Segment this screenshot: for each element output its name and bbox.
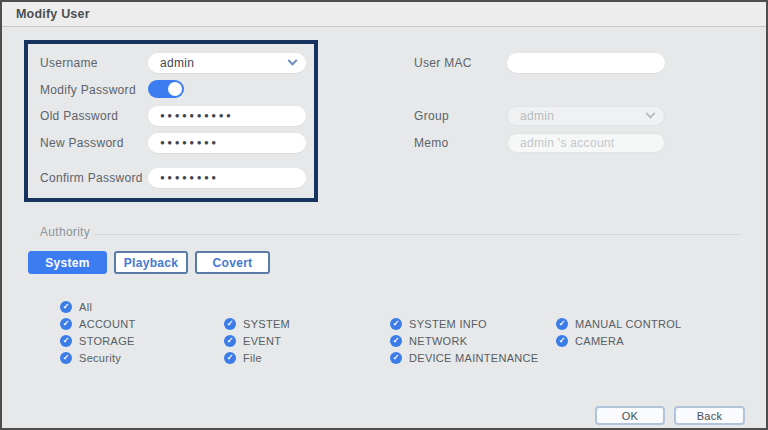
permission-label: SYSTEM INFO bbox=[409, 318, 487, 330]
checked-checkbox-icon: ✓ bbox=[224, 352, 236, 364]
permission-checkbox-item[interactable]: ✓ NETWORK bbox=[390, 332, 556, 349]
permission-checkbox-item[interactable]: ✓ DEVICE MAINTENANCE bbox=[390, 349, 556, 366]
group-label: Group bbox=[414, 106, 449, 126]
permission-label: STORAGE bbox=[79, 335, 135, 347]
modify-password-toggle[interactable] bbox=[148, 80, 184, 98]
permission-checkbox-item[interactable]: ✓ All bbox=[60, 298, 224, 315]
confirm-password-input[interactable]: ●●●●●●●● bbox=[148, 168, 306, 188]
group-value: admin bbox=[520, 109, 554, 123]
back-button[interactable]: Back bbox=[674, 406, 745, 425]
permission-grid: ✓ All ✓ ACCOUNT ✓ SYSTEM ✓ SYSTEM INFO ✓… bbox=[60, 298, 756, 366]
tab-covert[interactable]: Covert bbox=[195, 251, 270, 274]
checked-checkbox-icon: ✓ bbox=[60, 335, 72, 347]
tab-playback[interactable]: Playback bbox=[114, 251, 188, 274]
authority-divider bbox=[94, 234, 742, 235]
permission-label: All bbox=[79, 301, 92, 313]
modify-user-dialog: Modify User Username admin Modify Passwo… bbox=[0, 0, 768, 430]
checked-checkbox-icon: ✓ bbox=[390, 318, 402, 330]
user-mac-input[interactable] bbox=[507, 53, 665, 73]
dialog-title: Modify User bbox=[16, 7, 90, 21]
memo-label: Memo bbox=[414, 133, 449, 153]
checked-checkbox-icon: ✓ bbox=[224, 318, 236, 330]
username-select[interactable]: admin bbox=[148, 53, 306, 73]
user-mac-label: User MAC bbox=[414, 53, 472, 73]
username-label: Username bbox=[40, 53, 98, 73]
authority-section-label: Authority bbox=[40, 225, 90, 239]
permission-checkbox-item[interactable]: ✓ EVENT bbox=[224, 332, 390, 349]
checked-checkbox-icon: ✓ bbox=[556, 335, 568, 347]
checked-checkbox-icon: ✓ bbox=[390, 335, 402, 347]
checked-checkbox-icon: ✓ bbox=[60, 301, 72, 313]
permission-checkbox-item[interactable]: ✓ Security bbox=[60, 349, 224, 366]
chevron-down-icon bbox=[288, 55, 298, 65]
old-password-value: ●●●●●●●●●● bbox=[160, 106, 233, 126]
permission-checkbox-item[interactable]: ✓ ACCOUNT bbox=[60, 315, 224, 332]
checked-checkbox-icon: ✓ bbox=[60, 318, 72, 330]
memo-placeholder: admin 's account bbox=[520, 136, 614, 150]
new-password-input[interactable]: ●●●●●●●● bbox=[148, 133, 306, 153]
permission-label: EVENT bbox=[243, 335, 281, 347]
permission-checkbox-item[interactable]: ✓ File bbox=[224, 349, 390, 366]
checked-checkbox-icon: ✓ bbox=[224, 335, 236, 347]
checked-checkbox-icon: ✓ bbox=[556, 318, 568, 330]
confirm-password-value: ●●●●●●●● bbox=[160, 168, 219, 188]
dialog-titlebar: Modify User bbox=[2, 2, 766, 27]
permission-label: CAMERA bbox=[575, 335, 624, 347]
permission-label: MANUAL CONTROL bbox=[575, 318, 681, 330]
permission-checkbox-item[interactable]: ✓ SYSTEM bbox=[224, 315, 390, 332]
modify-password-label: Modify Password bbox=[40, 80, 136, 100]
toggle-knob bbox=[168, 82, 182, 96]
permission-checkbox-item[interactable]: ✓ CAMERA bbox=[556, 332, 756, 349]
old-password-input[interactable]: ●●●●●●●●●● bbox=[148, 106, 306, 126]
username-value: admin bbox=[160, 56, 194, 70]
checked-checkbox-icon: ✓ bbox=[60, 352, 72, 364]
permission-label: DEVICE MAINTENANCE bbox=[409, 352, 538, 364]
new-password-label: New Password bbox=[40, 133, 124, 153]
new-password-value: ●●●●●●●● bbox=[160, 133, 219, 153]
permission-checkbox-item[interactable]: ✓ STORAGE bbox=[60, 332, 224, 349]
chevron-down-icon bbox=[646, 108, 656, 118]
permission-label: NETWORK bbox=[409, 335, 467, 347]
memo-input[interactable]: admin 's account bbox=[507, 133, 665, 153]
permission-label: ACCOUNT bbox=[79, 318, 136, 330]
checked-checkbox-icon: ✓ bbox=[390, 352, 402, 364]
group-select: admin bbox=[507, 106, 665, 126]
confirm-password-label: Confirm Password bbox=[40, 168, 143, 188]
ok-button[interactable]: OK bbox=[595, 406, 665, 425]
permission-label: SYSTEM bbox=[243, 318, 290, 330]
old-password-label: Old Password bbox=[40, 106, 118, 126]
tab-system[interactable]: System bbox=[28, 251, 107, 274]
permission-checkbox-item[interactable]: ✓ SYSTEM INFO bbox=[390, 315, 556, 332]
permission-label: Security bbox=[79, 352, 121, 364]
permission-label: File bbox=[243, 352, 262, 364]
permission-checkbox-item[interactable]: ✓ MANUAL CONTROL bbox=[556, 315, 756, 332]
